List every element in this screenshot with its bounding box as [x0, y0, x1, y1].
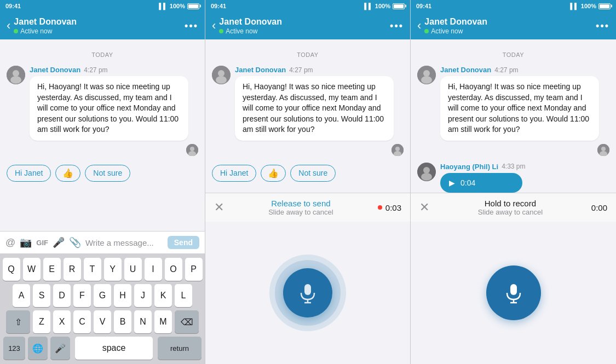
more-button-2[interactable]: ••• [390, 20, 404, 32]
avatar-haoyang-3 [417, 163, 436, 181]
audio-duration-3: 0:04 [460, 178, 475, 187]
status-right-3: ▌▌ 100% [570, 3, 611, 9]
smart-reply-hi-janet-2[interactable]: Hi Janet [212, 165, 256, 182]
message-bubble-2: Hi, Haoyang! It was so nice meeting up y… [235, 76, 394, 141]
header-info-3: Janet Donovan Active now [424, 16, 596, 34]
audio-bubble-3[interactable]: ▶ 0:04 [440, 173, 522, 193]
battery-icon-2 [393, 3, 405, 9]
key-shift[interactable]: ⇧ [6, 310, 30, 333]
rec-dot-2 [378, 205, 382, 210]
key-l[interactable]: L [175, 284, 192, 307]
svg-point-16 [423, 70, 430, 77]
key-return[interactable]: return [158, 337, 202, 360]
key-p[interactable]: P [185, 258, 203, 281]
back-button-3[interactable]: ‹ [417, 20, 421, 32]
send-button-1[interactable]: Send [168, 236, 199, 249]
status-right-1: ▌▌ 100% [159, 3, 199, 9]
key-n[interactable]: N [134, 310, 152, 333]
key-g[interactable]: G [94, 284, 111, 307]
smart-reply-not-sure-2[interactable]: Not sure [290, 165, 336, 182]
mic-button-2[interactable] [283, 268, 332, 317]
message-bubble-3a: Hi, Haoyang! It was so nice meeting up y… [440, 76, 599, 141]
smart-reply-thumbs-2[interactable]: 👍 [261, 165, 286, 182]
key-b[interactable]: B [114, 310, 131, 333]
mic-icon-1[interactable]: 🎤 [53, 236, 65, 249]
cancel-recording-2[interactable]: ✕ [214, 200, 224, 215]
avatar-janet-1 [7, 66, 25, 84]
key-m[interactable]: M [154, 310, 172, 333]
contact-status-1: Active now [14, 27, 185, 35]
back-button-2[interactable]: ‹ [212, 20, 216, 32]
release-text-2: Release to send [271, 199, 330, 208]
message-sender-3b: Haoyang (Phil) Li [440, 163, 498, 171]
mic-button-3[interactable] [486, 265, 541, 320]
key-d[interactable]: D [53, 284, 71, 307]
gif-icon-1[interactable]: GIF [36, 239, 48, 247]
mic-icon-svg-3 [503, 282, 525, 304]
status-bar-1: 09:41 ▌▌ 100% [0, 0, 205, 12]
mic-area-3 [411, 222, 616, 364]
message-sender-2: Janet Donovan [235, 66, 286, 74]
smart-reply-not-sure-1[interactable]: Not sure [85, 165, 130, 182]
header-info-2: Janet Donovan Active now [219, 16, 390, 34]
key-o[interactable]: O [165, 258, 182, 281]
key-j[interactable]: J [134, 284, 152, 307]
key-k[interactable]: K [154, 284, 172, 307]
message-content-3a: Janet Donovan 4:27 pm Hi, Haoyang! It wa… [440, 66, 609, 156]
key-space[interactable]: space [75, 337, 153, 360]
key-mic[interactable]: 🎤 [50, 337, 70, 360]
key-q[interactable]: Q [3, 258, 20, 281]
svg-point-19 [601, 147, 606, 151]
key-i[interactable]: I [145, 258, 162, 281]
attach-icon-1[interactable]: 📎 [69, 236, 81, 249]
key-123[interactable]: 123 [3, 337, 25, 360]
key-x[interactable]: X [53, 310, 71, 333]
key-t[interactable]: T [84, 258, 101, 281]
key-s[interactable]: S [33, 284, 50, 307]
hold-title-3: Hold to record [429, 199, 591, 208]
active-dot-3 [424, 29, 429, 33]
key-f[interactable]: F [73, 284, 91, 307]
contact-status-3: Active now [424, 27, 596, 35]
date-label-3: TODAY [411, 51, 616, 58]
mention-icon-1[interactable]: @ [5, 237, 15, 249]
key-z[interactable]: Z [33, 310, 50, 333]
cancel-hold-3[interactable]: ✕ [419, 200, 429, 215]
read-receipt-2 [392, 144, 404, 156]
smart-reply-thumbs-1[interactable]: 👍 [55, 165, 80, 182]
svg-point-23 [421, 173, 432, 181]
status-right-2: ▌▌ 100% [364, 3, 405, 9]
message-input-1[interactable]: Write a message... [85, 238, 163, 247]
camera-icon-1[interactable]: 📷 [20, 236, 32, 249]
key-e[interactable]: E [43, 258, 61, 281]
hold-timer-3: 0:00 [591, 203, 607, 212]
key-h[interactable]: H [114, 284, 131, 307]
more-button-1[interactable]: ••• [185, 20, 198, 32]
mic-area-2 [205, 222, 410, 364]
play-icon-3[interactable]: ▶ [449, 178, 455, 187]
messages-area-1: TODAY Janet Donovan 4:27 pm Hi, Haoyan [0, 39, 205, 231]
mic-icon-svg-2 [297, 282, 319, 304]
avatar-svg-haoyang [417, 163, 436, 181]
signal-icon-3: ▌▌ [570, 3, 579, 9]
status-bar-2: 09:41 ▌▌ 100% [205, 0, 410, 12]
key-u[interactable]: U [124, 258, 142, 281]
key-a[interactable]: A [13, 284, 30, 307]
more-button-3[interactable]: ••• [596, 20, 609, 32]
key-r[interactable]: R [64, 258, 81, 281]
key-c[interactable]: C [73, 310, 91, 333]
status-time-3: 09:41 [416, 3, 431, 9]
key-w[interactable]: W [23, 258, 41, 281]
hold-bar-3: ✕ Hold to record Slide away to cancel 0:… [411, 193, 616, 222]
back-button-1[interactable]: ‹ [7, 20, 10, 32]
chat-header-2: ‹ Janet Donovan Active now ••• [205, 12, 410, 39]
active-dot-2 [219, 29, 223, 33]
key-backspace[interactable]: ⌫ [175, 310, 199, 333]
key-v[interactable]: V [94, 310, 111, 333]
read-receipt-1 [186, 144, 198, 156]
message-sender-1: Janet Donovan [30, 66, 80, 74]
svg-point-10 [395, 147, 400, 151]
smart-reply-hi-janet-1[interactable]: Hi Janet [7, 165, 51, 182]
key-globe[interactable]: 🌐 [28, 337, 48, 360]
key-y[interactable]: Y [104, 258, 122, 281]
